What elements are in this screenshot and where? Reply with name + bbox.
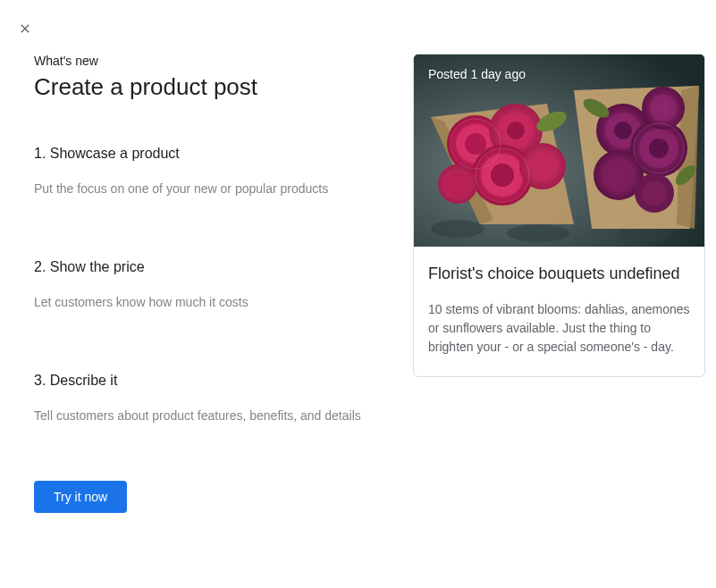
flowers-image: [414, 55, 704, 247]
svg-point-6: [465, 133, 486, 155]
svg-point-16: [445, 172, 470, 197]
card-image: Posted 1 day ago: [414, 55, 704, 247]
card-description: 10 stems of vibrant blooms: dahlias, ane…: [428, 300, 690, 357]
eyebrow-label: What's new: [34, 54, 374, 68]
svg-point-2: [507, 224, 569, 242]
card-body: Florist's choice bouquets undefined 10 s…: [414, 247, 704, 376]
svg-point-12: [491, 164, 514, 187]
step-description: Tell customers about product features, b…: [34, 407, 374, 425]
step-1: 1. Showcase a product Put the focus on o…: [34, 146, 374, 198]
page-title: Create a product post: [34, 73, 374, 101]
svg-point-25: [602, 158, 636, 192]
try-it-now-button[interactable]: Try it now: [34, 481, 127, 513]
card-title: Florist's choice bouquets undefined: [428, 263, 690, 284]
close-icon: [18, 21, 32, 36]
close-button[interactable]: [14, 18, 36, 39]
step-3: 3. Describe it Tell customers about prod…: [34, 373, 374, 425]
svg-point-14: [527, 151, 558, 181]
step-2: 2. Show the price Let customers know how…: [34, 259, 374, 312]
step-title: 3. Describe it: [34, 373, 374, 389]
instructions-panel: What's new Create a product post 1. Show…: [34, 54, 374, 513]
svg-point-23: [649, 139, 669, 158]
step-title: 2. Show the price: [34, 259, 374, 275]
step-description: Put the focus on one of your new or popu…: [34, 180, 374, 198]
svg-point-9: [507, 122, 525, 139]
svg-point-20: [614, 122, 632, 139]
step-title: 1. Showcase a product: [34, 146, 374, 162]
posted-timestamp: Posted 1 day ago: [428, 67, 526, 81]
svg-point-1: [431, 220, 484, 238]
svg-point-29: [642, 181, 667, 206]
preview-card: Posted 1 day ago Florist's choice bouque…: [413, 54, 705, 377]
svg-point-27: [650, 95, 677, 122]
step-description: Let customers know how much it costs: [34, 293, 374, 312]
